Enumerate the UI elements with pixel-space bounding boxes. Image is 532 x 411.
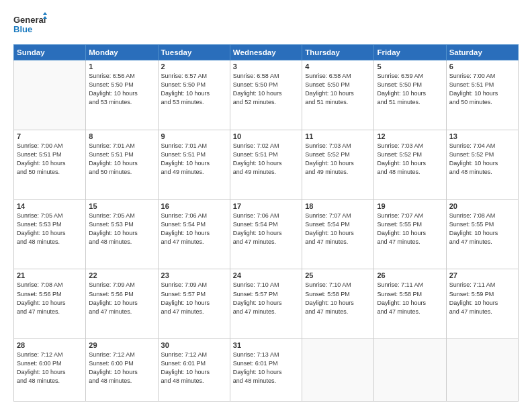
day-info: Sunrise: 7:12 AMSunset: 6:00 PMDaylight:… [17, 351, 83, 385]
day-info: Sunrise: 7:09 AMSunset: 5:56 PMDaylight:… [89, 281, 154, 316]
calendar-cell: 17Sunrise: 7:06 AMSunset: 5:54 PMDayligh… [230, 199, 302, 269]
header: General Blue [13, 12, 519, 38]
days-header-row: SundayMondayTuesdayWednesdayThursdayFrid… [14, 45, 519, 60]
day-info: Sunrise: 7:01 AMSunset: 5:51 PMDaylight:… [89, 142, 154, 177]
day-header-monday: Monday [86, 45, 158, 60]
calendar-cell: 25Sunrise: 7:10 AMSunset: 5:58 PMDayligh… [302, 269, 374, 339]
day-header-sunday: Sunday [14, 45, 86, 60]
day-number: 14 [17, 202, 83, 210]
day-number: 12 [377, 132, 443, 140]
day-info: Sunrise: 7:08 AMSunset: 5:55 PMDaylight:… [449, 212, 515, 246]
calendar-table: SundayMondayTuesdayWednesdayThursdayFrid… [13, 44, 519, 402]
calendar-cell: 12Sunrise: 7:03 AMSunset: 5:52 PMDayligh… [374, 130, 446, 199]
calendar-cell: 28Sunrise: 7:12 AMSunset: 6:00 PMDayligh… [14, 339, 86, 402]
day-info: Sunrise: 7:00 AMSunset: 5:51 PMDaylight:… [17, 142, 83, 177]
day-number: 23 [161, 271, 227, 279]
calendar-cell [374, 339, 446, 402]
svg-marker-2 [43, 12, 47, 15]
day-number: 21 [17, 271, 83, 279]
calendar-cell: 22Sunrise: 7:09 AMSunset: 5:56 PMDayligh… [86, 269, 158, 339]
calendar-cell: 18Sunrise: 7:07 AMSunset: 5:54 PMDayligh… [302, 199, 374, 269]
day-number: 17 [233, 202, 299, 210]
day-header-tuesday: Tuesday [158, 45, 230, 60]
day-number: 24 [233, 271, 299, 279]
calendar-cell: 16Sunrise: 7:06 AMSunset: 5:54 PMDayligh… [158, 199, 230, 269]
day-number: 7 [17, 132, 83, 140]
day-info: Sunrise: 6:59 AMSunset: 5:50 PMDaylight:… [377, 72, 443, 107]
day-number: 9 [161, 132, 227, 140]
day-info: Sunrise: 7:06 AMSunset: 5:54 PMDaylight:… [161, 212, 227, 246]
day-number: 25 [305, 271, 371, 279]
page: General Blue SundayMondayTuesdayWednesda… [0, 0, 532, 411]
day-info: Sunrise: 7:06 AMSunset: 5:54 PMDaylight:… [233, 212, 299, 246]
day-number: 5 [377, 62, 443, 71]
svg-text:Blue: Blue [13, 24, 32, 34]
day-info: Sunrise: 6:58 AMSunset: 5:50 PMDaylight:… [233, 72, 299, 107]
day-info: Sunrise: 7:11 AMSunset: 5:59 PMDaylight:… [449, 281, 515, 316]
calendar-cell: 9Sunrise: 7:01 AMSunset: 5:51 PMDaylight… [158, 130, 230, 199]
day-info: Sunrise: 7:00 AMSunset: 5:51 PMDaylight:… [449, 72, 515, 107]
day-info: Sunrise: 7:10 AMSunset: 5:58 PMDaylight:… [305, 281, 371, 316]
calendar-cell: 11Sunrise: 7:03 AMSunset: 5:52 PMDayligh… [302, 130, 374, 199]
calendar-cell: 13Sunrise: 7:04 AMSunset: 5:52 PMDayligh… [446, 130, 518, 199]
day-number: 27 [449, 271, 515, 279]
day-info: Sunrise: 7:10 AMSunset: 5:57 PMDaylight:… [233, 281, 299, 316]
day-number: 13 [449, 132, 515, 140]
calendar-cell: 31Sunrise: 7:13 AMSunset: 6:01 PMDayligh… [230, 339, 302, 402]
calendar-cell: 23Sunrise: 7:09 AMSunset: 5:57 PMDayligh… [158, 269, 230, 339]
day-number: 20 [449, 202, 515, 210]
calendar-cell: 27Sunrise: 7:11 AMSunset: 5:59 PMDayligh… [446, 269, 518, 339]
calendar-cell: 24Sunrise: 7:10 AMSunset: 5:57 PMDayligh… [230, 269, 302, 339]
calendar-cell: 21Sunrise: 7:08 AMSunset: 5:56 PMDayligh… [14, 269, 86, 339]
day-info: Sunrise: 7:03 AMSunset: 5:52 PMDaylight:… [305, 142, 371, 177]
day-header-thursday: Thursday [302, 45, 374, 60]
day-info: Sunrise: 7:02 AMSunset: 5:51 PMDaylight:… [233, 142, 299, 177]
day-info: Sunrise: 7:05 AMSunset: 5:53 PMDaylight:… [17, 212, 83, 246]
day-number: 3 [233, 62, 299, 71]
calendar-cell: 8Sunrise: 7:01 AMSunset: 5:51 PMDaylight… [86, 130, 158, 199]
day-info: Sunrise: 7:08 AMSunset: 5:56 PMDaylight:… [17, 281, 83, 316]
day-info: Sunrise: 7:09 AMSunset: 5:57 PMDaylight:… [161, 281, 227, 316]
day-number: 19 [377, 202, 443, 210]
calendar-cell: 20Sunrise: 7:08 AMSunset: 5:55 PMDayligh… [446, 199, 518, 269]
day-number: 1 [89, 62, 154, 71]
day-info: Sunrise: 7:12 AMSunset: 6:01 PMDaylight:… [161, 351, 227, 385]
day-info: Sunrise: 7:07 AMSunset: 5:55 PMDaylight:… [377, 212, 443, 246]
week-row-4: 21Sunrise: 7:08 AMSunset: 5:56 PMDayligh… [14, 269, 519, 339]
day-number: 30 [161, 341, 227, 349]
day-info: Sunrise: 7:12 AMSunset: 6:00 PMDaylight:… [89, 351, 154, 385]
calendar-cell: 29Sunrise: 7:12 AMSunset: 6:00 PMDayligh… [86, 339, 158, 402]
week-row-5: 28Sunrise: 7:12 AMSunset: 6:00 PMDayligh… [14, 339, 519, 402]
calendar-cell: 14Sunrise: 7:05 AMSunset: 5:53 PMDayligh… [14, 199, 86, 269]
calendar-cell: 3Sunrise: 6:58 AMSunset: 5:50 PMDaylight… [230, 60, 302, 130]
day-number: 11 [305, 132, 371, 140]
day-header-wednesday: Wednesday [230, 45, 302, 60]
day-number: 15 [89, 202, 154, 210]
day-info: Sunrise: 6:58 AMSunset: 5:50 PMDaylight:… [305, 72, 371, 107]
calendar-cell [302, 339, 374, 402]
day-number: 16 [161, 202, 227, 210]
day-number: 29 [89, 341, 154, 349]
day-number: 2 [161, 62, 227, 71]
day-header-friday: Friday [374, 45, 446, 60]
day-info: Sunrise: 7:05 AMSunset: 5:53 PMDaylight:… [89, 212, 154, 246]
day-number: 10 [233, 132, 299, 140]
calendar-cell: 7Sunrise: 7:00 AMSunset: 5:51 PMDaylight… [14, 130, 86, 199]
week-row-3: 14Sunrise: 7:05 AMSunset: 5:53 PMDayligh… [14, 199, 519, 269]
logo: General Blue [13, 12, 47, 38]
calendar-cell [14, 60, 86, 130]
calendar-cell: 30Sunrise: 7:12 AMSunset: 6:01 PMDayligh… [158, 339, 230, 402]
day-info: Sunrise: 6:56 AMSunset: 5:50 PMDaylight:… [89, 72, 154, 107]
calendar-cell: 26Sunrise: 7:11 AMSunset: 5:58 PMDayligh… [374, 269, 446, 339]
day-info: Sunrise: 7:01 AMSunset: 5:51 PMDaylight:… [161, 142, 227, 177]
week-row-1: 1Sunrise: 6:56 AMSunset: 5:50 PMDaylight… [14, 60, 519, 130]
day-info: Sunrise: 7:13 AMSunset: 6:01 PMDaylight:… [233, 351, 299, 385]
day-number: 6 [449, 62, 515, 71]
day-info: Sunrise: 7:11 AMSunset: 5:58 PMDaylight:… [377, 281, 443, 316]
day-number: 26 [377, 271, 443, 279]
calendar-cell: 6Sunrise: 7:00 AMSunset: 5:51 PMDaylight… [446, 60, 518, 130]
calendar-cell [446, 339, 518, 402]
calendar-cell: 4Sunrise: 6:58 AMSunset: 5:50 PMDaylight… [302, 60, 374, 130]
day-number: 18 [305, 202, 371, 210]
week-row-2: 7Sunrise: 7:00 AMSunset: 5:51 PMDaylight… [14, 130, 519, 199]
